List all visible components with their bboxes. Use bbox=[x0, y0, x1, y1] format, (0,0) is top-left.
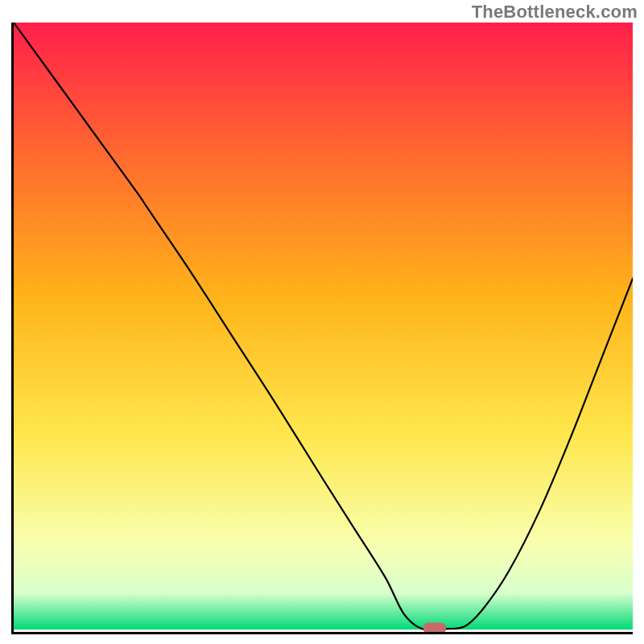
plot-svg bbox=[14, 23, 633, 632]
watermark-text: TheBottleneck.com bbox=[472, 2, 638, 23]
chart-frame: TheBottleneck.com bbox=[0, 0, 644, 644]
gradient-background bbox=[14, 23, 633, 630]
optimal-marker bbox=[423, 622, 446, 632]
plot-area bbox=[11, 23, 633, 634]
